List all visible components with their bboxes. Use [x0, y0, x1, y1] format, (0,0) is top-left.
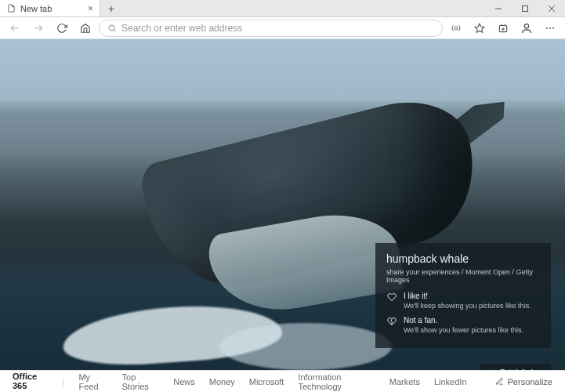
nav-item[interactable]: News — [173, 377, 195, 387]
svg-rect-1 — [523, 5, 528, 11]
address-bar[interactable] — [99, 20, 443, 37]
svg-point-6 — [109, 25, 114, 31]
nav-item[interactable]: Microsoft — [249, 377, 284, 387]
svg-point-17 — [549, 27, 551, 29]
svg-line-20 — [391, 321, 393, 323]
image-title: humpback whale — [386, 252, 540, 265]
maximize-button[interactable] — [512, 0, 538, 16]
address-input[interactable] — [121, 23, 434, 34]
tab-title: New tab — [20, 4, 83, 13]
svg-line-7 — [114, 30, 115, 31]
page-icon — [6, 4, 16, 13]
feed-nav: Office 365 | My Feed Top Stories News Mo… — [0, 370, 565, 392]
pencil-icon — [495, 377, 504, 386]
profile-button[interactable] — [516, 19, 537, 38]
collections-button[interactable] — [493, 19, 513, 38]
more-button[interactable] — [540, 19, 560, 38]
nav-item[interactable]: Money — [209, 377, 235, 387]
heart-icon — [386, 292, 397, 302]
window-controls — [485, 0, 565, 16]
nav-divider: | — [63, 377, 65, 387]
background-image: humpback whale share your experiences / … — [0, 39, 565, 370]
svg-point-16 — [546, 27, 548, 29]
svg-line-21 — [392, 322, 393, 325]
close-window-button[interactable] — [538, 0, 565, 16]
new-tab-button[interactable]: + — [100, 0, 122, 16]
nav-item[interactable]: Top Stories — [122, 372, 160, 391]
dislike-option[interactable]: Not a fan. We'll show you fewer pictures… — [386, 316, 540, 334]
search-icon — [107, 24, 117, 33]
svg-marker-9 — [475, 24, 484, 32]
browser-tab[interactable]: New tab × — [0, 0, 100, 16]
image-credit: share your experiences / Moment Open / G… — [386, 268, 540, 284]
nav-item[interactable]: LinkedIn — [434, 377, 467, 387]
svg-point-8 — [455, 27, 458, 30]
svg-point-15 — [524, 24, 528, 27]
image-info-card: humpback whale share your experiences / … — [375, 243, 551, 348]
personalize-label: Personalize — [508, 377, 552, 387]
refresh-button[interactable] — [52, 19, 72, 38]
home-button[interactable] — [75, 19, 96, 38]
nav-item[interactable]: Information Technology — [298, 372, 375, 391]
dislike-desc: We'll show you fewer pictures like this. — [404, 326, 523, 334]
dislike-label: Not a fan. — [404, 316, 523, 325]
minimize-button[interactable] — [485, 0, 512, 16]
exit-full-view-button[interactable]: Exit full view — [480, 364, 551, 370]
back-button[interactable] — [5, 19, 25, 38]
like-desc: We'll keep showing you pictures like thi… — [404, 302, 531, 310]
nav-item[interactable]: Markets — [389, 377, 420, 387]
heart-broken-icon — [386, 317, 397, 326]
nav-primary[interactable]: Office 365 — [13, 372, 49, 392]
like-option[interactable]: I like it! We'll keep showing you pictur… — [386, 292, 540, 310]
personalize-button[interactable]: Personalize — [495, 377, 552, 387]
tab-close-icon[interactable]: × — [88, 4, 93, 13]
toolbar — [0, 17, 565, 39]
svg-point-18 — [552, 27, 554, 29]
like-label: I like it! — [404, 292, 531, 300]
tracking-prevention-icon[interactable] — [446, 19, 466, 38]
forward-button[interactable] — [28, 19, 49, 38]
titlebar: New tab × + — [0, 0, 565, 17]
svg-line-19 — [391, 319, 392, 321]
nav-item[interactable]: My Feed — [78, 372, 107, 391]
favorites-button[interactable] — [469, 19, 490, 38]
